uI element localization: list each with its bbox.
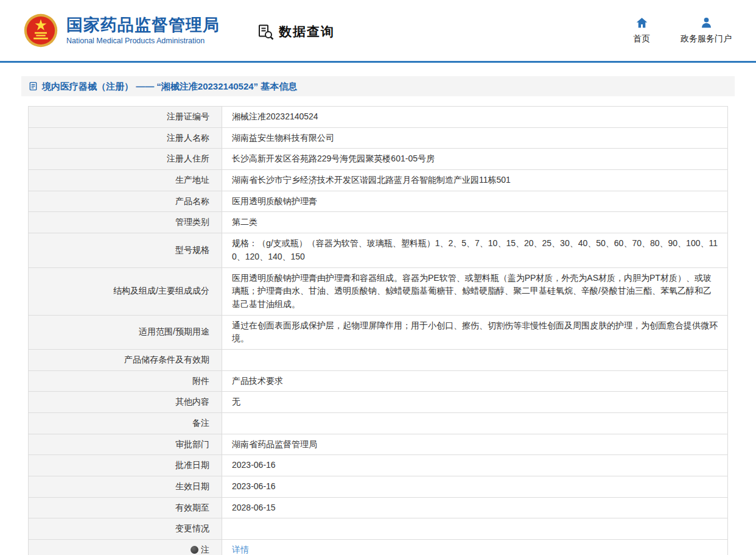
field-value: 2028-06-15 [222, 497, 728, 518]
document-icon [29, 82, 38, 91]
field-value: 长沙高新开发区谷苑路229号海凭园聚英楼601-05号房 [222, 149, 728, 170]
data-query-heading: 数据查询 [257, 23, 335, 40]
org-name: 国家药品监督管理局 National Medical Products Admi… [66, 16, 220, 45]
field-value: 湖南省长沙市宁乡经济技术开发区谐园北路蓝月谷智能制造产业园11栋501 [222, 170, 728, 191]
note-icon [191, 546, 198, 554]
table-row: 有效期至 2028-06-15 [29, 497, 728, 518]
breadcrumb: 境内医疗器械（注册） —— “湘械注准20232140524” 基本信息 [21, 76, 735, 96]
user-icon [700, 16, 713, 29]
field-label: 产品储存条件及有效期 [29, 349, 222, 370]
field-value: 医用透明质酸钠护理膏 [222, 191, 728, 212]
data-query-title: 数据查询 [279, 23, 335, 40]
nav-item-label: 首页 [633, 34, 650, 44]
national-emblem-icon [23, 13, 58, 48]
field-value: 详情 [222, 540, 728, 555]
field-label: 结构及组成/主要组成成分 [29, 267, 222, 315]
table-row: 附件 产品技术要求 [29, 370, 728, 392]
field-label: 管理类别 [29, 212, 222, 233]
field-label: 生效日期 [29, 476, 222, 498]
registration-detail: 注册证编号 湘械注准20232140524 注册人名称 湖南益安生物科技有限公司… [28, 106, 728, 555]
field-label: 备注 [29, 413, 222, 434]
field-value: 2023-06-16 [222, 455, 728, 476]
field-label: 审批部门 [29, 434, 222, 455]
table-row: 批准日期 2023-06-16 [29, 455, 728, 476]
main-content: 境内医疗器械（注册） —— “湘械注准20232140524” 基本信息 注册证… [0, 63, 756, 555]
field-value [222, 518, 728, 540]
nav-item-gov-portal[interactable]: 政务服务门户 [681, 16, 732, 44]
field-label: 其他内容 [29, 392, 222, 413]
field-value: 湘械注准20232140524 [222, 107, 728, 128]
table-row: 生产地址 湖南省长沙市宁乡经济技术开发区谐园北路蓝月谷智能制造产业园11栋501 [29, 170, 728, 191]
field-value: 2023-06-16 [222, 476, 728, 498]
brand[interactable]: 国家药品监督管理局 National Medical Products Admi… [23, 13, 220, 48]
table-row: 注册人住所 长沙高新开发区谷苑路229号海凭园聚英楼601-05号房 [29, 149, 728, 170]
field-label: 注册人住所 [29, 149, 222, 170]
field-value: 医用透明质酸钠护理膏由护理膏和容器组成。容器为PE软管、或塑料瓶（盖为PP材质，… [222, 267, 728, 315]
table-row: 备注 [29, 413, 728, 434]
field-value [222, 349, 728, 370]
table-row: 适用范围/预期用途 通过在创面表面形成保护层，起物理屏障作用；用于小创口、擦伤、… [29, 315, 728, 349]
field-label: 附件 [29, 370, 222, 392]
field-label: 注册人名称 [29, 127, 222, 149]
field-label: 适用范围/预期用途 [29, 315, 222, 349]
page-title: 境内医疗器械（注册） —— “湘械注准20232140524” 基本信息 [42, 80, 297, 93]
field-value: 无 [222, 392, 728, 413]
site-header: 国家药品监督管理局 National Medical Products Admi… [0, 0, 756, 61]
table-row: 结构及组成/主要组成成分 医用透明质酸钠护理膏由护理膏和容器组成。容器为PE软管… [29, 267, 728, 315]
table-row: 产品名称 医用透明质酸钠护理膏 [29, 191, 728, 212]
field-value: 通过在创面表面形成保护层，起物理屏障作用；用于小创口、擦伤、切割伤等非慢性创面及… [222, 315, 728, 349]
document-search-icon [257, 24, 274, 40]
detail-link[interactable]: 详情 [232, 545, 249, 554]
page: 国家药品监督管理局 National Medical Products Admi… [0, 0, 756, 555]
field-label: 注册证编号 [29, 107, 222, 128]
table-row: 型号规格 规格：（g/支或瓶）（容器为软管、玻璃瓶、塑料瓶）1、2、5、7、10… [29, 233, 728, 267]
org-name-cn: 国家药品监督管理局 [66, 16, 220, 35]
field-label: 生产地址 [29, 170, 222, 191]
field-value [222, 413, 728, 434]
field-label: 注 [29, 540, 222, 555]
field-value: 湖南益安生物科技有限公司 [222, 127, 728, 149]
table-row: 注 详情 [29, 540, 728, 555]
table-row: 生效日期 2023-06-16 [29, 476, 728, 498]
org-name-en: National Medical Products Administration [66, 37, 220, 45]
field-value: 产品技术要求 [222, 370, 728, 392]
field-label: 产品名称 [29, 191, 222, 212]
table-row: 其他内容 无 [29, 392, 728, 413]
table-row: 变更情况 [29, 518, 728, 540]
registration-info-table: 注册证编号 湘械注准20232140524 注册人名称 湖南益安生物科技有限公司… [28, 106, 728, 555]
table-row: 注册人名称 湖南益安生物科技有限公司 [29, 127, 728, 149]
nav-item-label: 政务服务门户 [681, 34, 732, 44]
header-nav: 首页 政务服务门户 [633, 16, 732, 44]
field-value: 湖南省药品监督管理局 [222, 434, 728, 455]
field-label: 型号规格 [29, 233, 222, 267]
table-row: 审批部门 湖南省药品监督管理局 [29, 434, 728, 455]
field-value: 规格：（g/支或瓶）（容器为软管、玻璃瓶、塑料瓶）1、2、5、7、10、15、2… [222, 233, 728, 267]
home-icon [635, 16, 648, 29]
table-row: 注册证编号 湘械注准20232140524 [29, 107, 728, 128]
field-label-text: 注 [201, 545, 209, 554]
nav-item-home[interactable]: 首页 [633, 16, 650, 44]
table-row: 管理类别 第二类 [29, 212, 728, 233]
field-label: 有效期至 [29, 497, 222, 518]
field-label: 批准日期 [29, 455, 222, 476]
table-row: 产品储存条件及有效期 [29, 349, 728, 370]
field-label: 变更情况 [29, 518, 222, 540]
field-value: 第二类 [222, 212, 728, 233]
